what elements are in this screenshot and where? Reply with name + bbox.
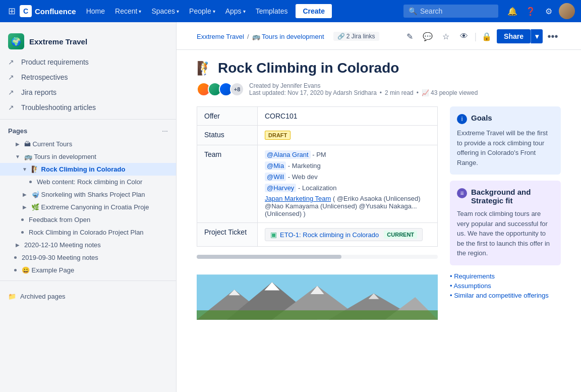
table-label-team: Team (197, 145, 258, 223)
list-item-assumptions: Assumptions (450, 281, 561, 291)
tree-item-web-content[interactable]: Web content: Rock climbing in Color (0, 176, 176, 188)
mountain-image (197, 267, 438, 327)
table-value-team: @Alana Grant - PM @Mia - Marketing @Will… (258, 145, 438, 223)
goals-icon: i (457, 114, 467, 124)
tree-item-feedback[interactable]: Feedback from Open (0, 213, 176, 226)
share-button-group: Share ▾ (497, 29, 543, 43)
content-table: Offer CORC101 Status DRAFT Team (197, 106, 438, 247)
avatar-count[interactable]: +8 (230, 82, 244, 96)
tree-item-snorkeling[interactable]: ▶ 🤿 Snorkeling with Sharks Project Plan (0, 188, 176, 201)
watch-button[interactable]: 👁 (456, 28, 472, 44)
tree-item-canyoning[interactable]: ▶ 🌿 Exxtreme Canyoning in Croatia Proje (0, 201, 176, 213)
sidebar-divider-bottom (0, 281, 176, 281)
settings-icon[interactable]: ⚙ (541, 3, 557, 19)
search-bar[interactable]: 🔍 Search (403, 5, 498, 18)
comment-button[interactable]: 💬 (420, 28, 436, 44)
table-value-ticket: ▣ ETO-1: Rock climbing in Colorado CURRE… (258, 223, 438, 247)
meta-dot-2: • (417, 89, 419, 96)
tree-item-meeting-2019[interactable]: 2019-09-30 Meeting notes (0, 251, 176, 264)
search-placeholder: Search (420, 7, 442, 15)
pages-label: Pages (8, 127, 27, 135)
bg-text: Team rock climbing tours are very popula… (457, 209, 554, 258)
share-dropdown-button[interactable]: ▾ (531, 29, 543, 43)
workspace-icon: 🌍 (8, 33, 24, 49)
archived-pages-item[interactable]: 📁 Archived pages (8, 289, 168, 304)
bg-title: Background and Strategic fit (471, 188, 554, 205)
table-value-status: DRAFT (258, 126, 438, 145)
external-link-icon: ↗ (8, 103, 17, 111)
tree-item-example-page[interactable]: 😀 Example Page (0, 264, 176, 276)
jira-links-badge[interactable]: 🔗 2 Jira links (333, 32, 379, 41)
apps-chevron-icon: ▾ (243, 9, 246, 14)
sidebar-item-jira-reports[interactable]: ↗ Jira reports (0, 85, 176, 100)
tree-item-current-tours[interactable]: ▶ 🏔 Current Tours (0, 138, 176, 150)
dot-icon (14, 256, 17, 259)
page-main-content: Offer CORC101 Status DRAFT Team (197, 106, 438, 327)
bg-card-header: ≡ Background and Strategic fit (457, 188, 554, 205)
japan-marketing-team-link[interactable]: Japan Marketing Team (265, 195, 331, 202)
nav-templates[interactable]: Templates (252, 5, 292, 17)
sidebar-item-retrospectives[interactable]: ↗ Retrospectives (0, 70, 176, 85)
help-icon[interactable]: ❓ (522, 3, 539, 19)
sidebar-item-troubleshooting[interactable]: ↗ Troubleshooting articles (0, 100, 176, 115)
sidebar-item-product-requirements[interactable]: ↗ Product requirements (0, 54, 176, 70)
nav-people[interactable]: People ▾ (185, 5, 219, 17)
tree-item-project-plan[interactable]: Rock Climbing in Colorado Project Plan (0, 226, 176, 239)
more-options-button[interactable]: ••• (545, 28, 561, 44)
external-link-icon: ↗ (8, 88, 17, 96)
recent-chevron-icon: ▾ (139, 9, 141, 14)
goals-text: Exxtreme Travel will be the first to pro… (457, 128, 554, 167)
jira-ticket-link[interactable]: ETO-1: Rock climbing in Colorado (280, 231, 379, 239)
nav-spaces[interactable]: Spaces ▾ (147, 5, 183, 17)
grid-icon[interactable]: ⊞ (6, 4, 18, 19)
table-scrollbar[interactable] (197, 255, 438, 259)
toggle-icon: ▶ (14, 242, 21, 249)
jira-current-badge: CURRENT (384, 231, 417, 239)
notifications-icon[interactable]: 🔔 (504, 3, 520, 19)
breadcrumb-parent[interactable]: 🚌 Tours in development (252, 33, 324, 40)
tree-item-meeting-2020[interactable]: ▶ 2020-12-10 Meeting notes (0, 239, 176, 251)
toggle-icon: ▶ (14, 141, 21, 148)
table-value-offer: CORC101 (258, 107, 438, 126)
pages-more-icon[interactable]: ··· (162, 127, 168, 135)
nav-home[interactable]: Home (82, 5, 109, 17)
confluence-logo[interactable]: C Confluence (20, 5, 76, 17)
toggle-icon: ▶ (21, 204, 28, 211)
sidebar-links-list: Requirements Assumptions Similar and com… (450, 271, 561, 300)
main-content: Exxtreme Travel / 🚌 Tours in development… (177, 22, 581, 392)
mention-will[interactable]: @Will (265, 173, 286, 181)
edit-button[interactable]: ✎ (401, 28, 418, 44)
restrict-button[interactable]: 🔒 (479, 28, 495, 44)
workspace-name: Exxtreme Travel (29, 37, 87, 46)
sidebar-bottom: 📁 Archived pages (0, 285, 176, 308)
goals-title: Goals (471, 114, 492, 122)
tree-item-rock-climbing[interactable]: ▼ 🧗 Rock Climbing in Colorado (0, 163, 176, 176)
tree-item-tours-development[interactable]: ▼ 🚌 Tours in development (0, 150, 176, 163)
breadcrumb-space[interactable]: Exxtreme Travel (197, 33, 244, 40)
create-button[interactable]: Create (296, 4, 332, 18)
mention-alana[interactable]: @Alana Grant (265, 150, 311, 159)
requirements-link[interactable]: Requirements (454, 272, 495, 280)
user-avatar[interactable] (559, 3, 575, 19)
sidebar-divider (0, 119, 176, 120)
workspace-header[interactable]: 🌍 Exxtreme Travel (0, 28, 176, 54)
right-sidebar: i Goals Exxtreme Travel will be the firs… (450, 106, 561, 327)
jira-ticket[interactable]: ▣ ETO-1: Rock climbing in Colorado CURRE… (265, 228, 423, 241)
mention-mia[interactable]: @Mia (265, 161, 286, 170)
similar-competitive-link[interactable]: Similar and competitive offerings (454, 292, 549, 299)
assumptions-link[interactable]: Assumptions (453, 282, 491, 290)
share-button[interactable]: Share (497, 29, 531, 43)
spaces-chevron-icon: ▾ (177, 9, 179, 14)
nav-icon-group: 🔔 ❓ ⚙ (504, 3, 575, 19)
nav-recent[interactable]: Recent ▾ (111, 5, 145, 17)
search-icon: 🔍 (409, 7, 417, 15)
table-row: Offer CORC101 (197, 107, 438, 126)
mention-harvey[interactable]: @Harvey (265, 184, 296, 192)
toggle-icon: ▼ (14, 153, 21, 160)
dot-icon (14, 269, 17, 271)
star-button[interactable]: ☆ (438, 28, 454, 44)
page-header: 🧗 Rock Climbing in Colorado +8 Created b… (177, 50, 581, 96)
table-label-ticket: Project Ticket (197, 223, 258, 247)
archive-icon: 📁 (8, 293, 16, 300)
nav-apps[interactable]: Apps ▾ (221, 5, 250, 17)
